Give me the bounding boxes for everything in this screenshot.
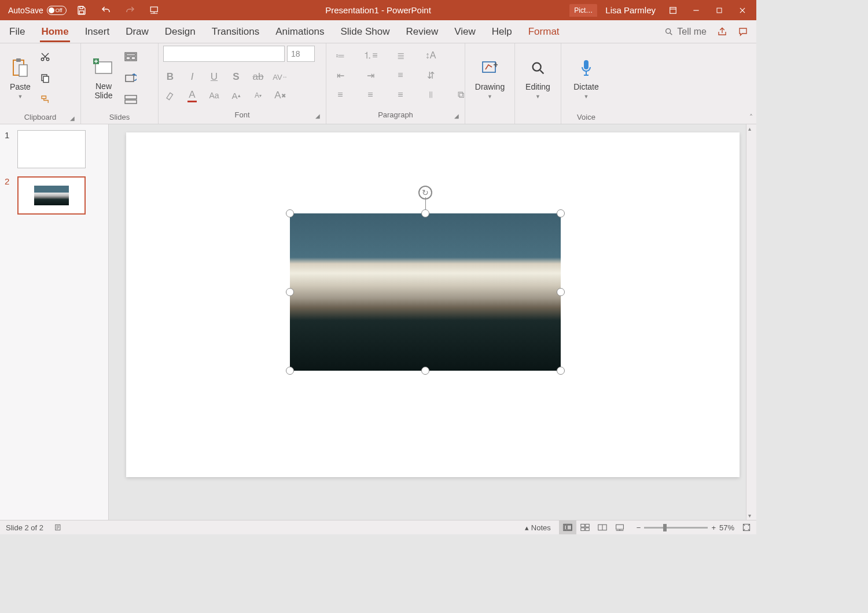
- resize-handle-mr[interactable]: [557, 288, 565, 296]
- tab-format[interactable]: Format: [527, 21, 561, 42]
- mountain-image[interactable]: [290, 213, 561, 371]
- tab-help[interactable]: Help: [491, 21, 513, 42]
- dictate-button[interactable]: Dictate ▼: [566, 46, 606, 110]
- format-painter-icon[interactable]: [37, 92, 53, 107]
- comments-icon[interactable]: [738, 27, 748, 37]
- zoom-out-button[interactable]: −: [637, 523, 641, 532]
- svg-rect-20: [125, 95, 137, 99]
- align-left-button[interactable]: ≡: [331, 88, 350, 102]
- svg-rect-27: [564, 525, 566, 530]
- list-level-button[interactable]: ≣: [391, 49, 410, 62]
- vertical-scrollbar[interactable]: [746, 124, 756, 520]
- tell-me-search[interactable]: Tell me: [664, 27, 707, 37]
- autosave-toggle[interactable]: AutoSave Off: [8, 6, 67, 15]
- tab-animations[interactable]: Animations: [274, 21, 325, 42]
- tab-design[interactable]: Design: [164, 21, 197, 42]
- fit-to-window-button[interactable]: [742, 523, 751, 531]
- copy-icon[interactable]: [37, 71, 53, 86]
- start-from-beginning-icon[interactable]: [145, 0, 164, 20]
- layout-icon[interactable]: [123, 49, 139, 64]
- tab-slideshow[interactable]: Slide Show: [339, 21, 391, 42]
- tab-view[interactable]: View: [453, 21, 477, 42]
- undo-icon[interactable]: [97, 0, 115, 20]
- tab-home[interactable]: Home: [40, 21, 69, 42]
- align-text-button[interactable]: ⇵: [421, 68, 440, 82]
- grow-font-button[interactable]: A▴: [229, 88, 243, 102]
- minimize-icon[interactable]: [685, 0, 708, 20]
- bullets-button[interactable]: ≔: [331, 49, 350, 62]
- resize-handle-tr[interactable]: [557, 209, 565, 217]
- redo-icon[interactable]: [121, 0, 139, 20]
- resize-handle-ml[interactable]: [286, 288, 294, 296]
- paragraph-launcher-icon[interactable]: ◢: [454, 113, 459, 119]
- reading-view-button[interactable]: [594, 520, 611, 535]
- notes-button[interactable]: ▴ Notes: [525, 523, 551, 532]
- resize-handle-bm[interactable]: [421, 367, 429, 375]
- resize-handle-tm[interactable]: [421, 209, 429, 217]
- slideshow-view-button[interactable]: [611, 520, 628, 535]
- font-name-input[interactable]: [163, 46, 285, 62]
- strikethrough-button[interactable]: ab: [251, 70, 265, 84]
- columns-button[interactable]: ⫴: [421, 88, 440, 102]
- ribbon-display-options-icon[interactable]: [661, 0, 685, 20]
- drawing-icon: [481, 57, 499, 80]
- font-color-button[interactable]: A: [185, 88, 199, 102]
- resize-handle-bl[interactable]: [286, 367, 294, 375]
- paste-button[interactable]: Paste ▼: [5, 46, 36, 110]
- tab-transitions[interactable]: Transitions: [211, 21, 261, 42]
- thumbnail-slide-1[interactable]: 1: [5, 130, 104, 168]
- close-icon[interactable]: [731, 0, 754, 20]
- picture-tools-context-tab[interactable]: Pict…: [569, 4, 597, 17]
- underline-button[interactable]: U: [207, 70, 221, 84]
- user-name[interactable]: Lisa Parmley: [599, 5, 661, 15]
- slide-thumbnail-panel[interactable]: 1 2: [0, 124, 109, 520]
- zoom-slider[interactable]: [644, 527, 708, 529]
- increase-indent-button[interactable]: ⇥: [361, 68, 380, 82]
- svg-rect-34: [616, 525, 623, 529]
- decrease-indent-button[interactable]: ⇤: [331, 68, 350, 82]
- line-spacing-button[interactable]: ≡: [391, 68, 410, 82]
- shadow-button[interactable]: S: [229, 70, 243, 84]
- font-launcher-icon[interactable]: ◢: [315, 113, 320, 119]
- tab-review[interactable]: Review: [404, 21, 439, 42]
- clipboard-launcher-icon[interactable]: ◢: [70, 115, 75, 121]
- resize-handle-tl[interactable]: [286, 209, 294, 217]
- tab-insert[interactable]: Insert: [84, 21, 111, 42]
- shrink-font-button[interactable]: A▾: [251, 88, 265, 102]
- resize-handle-br[interactable]: [557, 367, 565, 375]
- slide-canvas-area[interactable]: ↻: [109, 124, 756, 520]
- align-center-button[interactable]: ≡: [361, 88, 380, 102]
- normal-view-button[interactable]: [559, 520, 576, 535]
- maximize-icon[interactable]: [708, 0, 731, 20]
- selected-image[interactable]: ↻: [290, 213, 561, 371]
- tab-draw[interactable]: Draw: [124, 21, 150, 42]
- character-spacing-button[interactable]: AV↔: [273, 70, 287, 84]
- cut-icon[interactable]: [37, 49, 53, 64]
- reset-icon[interactable]: [123, 71, 139, 86]
- slide-sorter-view-button[interactable]: [576, 520, 594, 535]
- clear-formatting-button[interactable]: A✖: [273, 88, 287, 102]
- rotate-handle[interactable]: ↻: [418, 186, 432, 200]
- align-right-button[interactable]: ≡: [391, 88, 410, 102]
- thumbnail-slide-2[interactable]: 2: [5, 176, 104, 215]
- save-icon[interactable]: [72, 0, 91, 20]
- spell-check-icon[interactable]: [54, 523, 63, 531]
- font-size-input[interactable]: 18: [287, 46, 315, 62]
- bold-button[interactable]: B: [163, 70, 177, 84]
- editing-button[interactable]: Editing ▼: [520, 46, 556, 110]
- change-case-button[interactable]: Aa: [207, 88, 221, 102]
- numbering-button[interactable]: ⒈≡: [361, 49, 380, 62]
- text-direction-button[interactable]: ↕A: [421, 49, 440, 62]
- share-icon[interactable]: [717, 27, 727, 37]
- svg-point-23: [532, 63, 540, 71]
- zoom-percent[interactable]: 57%: [719, 523, 734, 532]
- highlight-color-button[interactable]: [163, 88, 177, 102]
- slide[interactable]: ↻: [126, 132, 740, 477]
- new-slide-button[interactable]: New Slide: [86, 46, 122, 110]
- drawing-button[interactable]: Drawing ▼: [470, 46, 510, 110]
- section-icon[interactable]: [123, 92, 139, 107]
- collapse-ribbon-icon[interactable]: ˄: [749, 113, 753, 121]
- tab-file[interactable]: File: [8, 21, 26, 42]
- italic-button[interactable]: I: [185, 70, 199, 84]
- zoom-in-button[interactable]: +: [711, 523, 716, 532]
